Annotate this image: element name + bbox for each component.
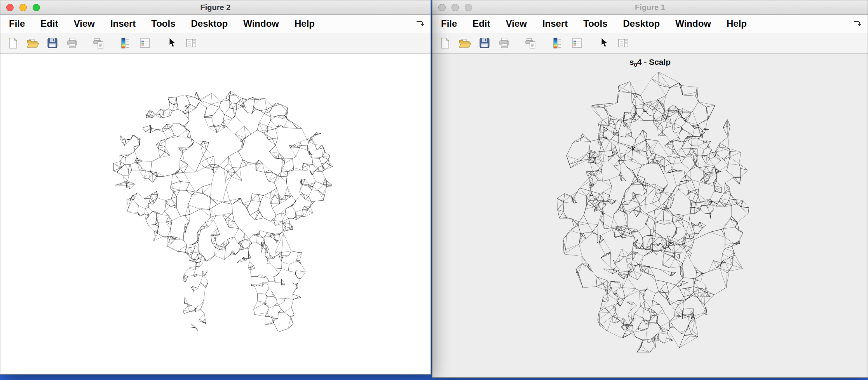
plot-browser-button[interactable] — [615, 35, 631, 52]
desktop-background — [0, 375, 431, 380]
new-figure-icon — [7, 37, 19, 49]
figure1-menubar: File Edit View Insert Tools Desktop Wind… — [432, 15, 868, 33]
edit-plot-button[interactable] — [596, 35, 611, 52]
open-file-icon — [458, 37, 471, 49]
skull-wireframe-mesh — [0, 54, 431, 374]
plot-title-prefix: s — [629, 57, 634, 66]
insert-legend-icon — [571, 37, 583, 49]
zoom-button[interactable] — [33, 4, 40, 11]
edit-plot-icon — [597, 37, 610, 49]
desktop: { "desktop": { "background_color": "#2e6… — [0, 0, 868, 380]
print-preview-icon — [525, 37, 537, 49]
open-file-button[interactable] — [25, 35, 40, 52]
insert-colorbar-button[interactable] — [117, 35, 133, 52]
menu-help[interactable]: Help — [719, 18, 755, 29]
save-figure-icon — [478, 37, 491, 49]
menu-desktop[interactable]: Desktop — [615, 18, 668, 29]
menu-view[interactable]: View — [66, 18, 103, 29]
figure2-menubar: File Edit View Insert Tools Desktop Wind… — [0, 15, 431, 33]
figure1-toolbar — [432, 33, 868, 54]
menu-insert[interactable]: Insert — [103, 18, 143, 29]
menu-file[interactable]: File — [438, 18, 465, 29]
menu-overflow-arrow-icon[interactable] — [853, 20, 862, 28]
figure2-window: Figure 2 File Edit View Insert Tools Des… — [0, 0, 431, 375]
insert-colorbar-button[interactable] — [549, 35, 565, 52]
print-preview-icon — [92, 37, 105, 49]
menu-desktop[interactable]: Desktop — [183, 18, 236, 29]
plot-browser-button[interactable] — [183, 35, 199, 52]
new-figure-button[interactable] — [5, 35, 21, 52]
print-preview-button[interactable] — [91, 35, 106, 52]
menu-view[interactable]: View — [498, 18, 535, 29]
figure2-toolbar — [0, 33, 431, 54]
menu-edit[interactable]: Edit — [33, 18, 66, 29]
print-figure-button[interactable] — [64, 35, 80, 52]
figure1-traffic-lights — [432, 4, 472, 11]
menu-window[interactable]: Window — [235, 18, 287, 29]
figure1-plot-canvas[interactable]: s04 - Scalp — [432, 54, 868, 377]
new-figure-button[interactable] — [437, 35, 453, 52]
close-button[interactable] — [6, 4, 14, 11]
print-preview-button[interactable] — [523, 35, 539, 52]
open-file-button[interactable] — [457, 35, 472, 52]
menu-file[interactable]: File — [6, 18, 33, 29]
minimize-button[interactable] — [19, 4, 27, 11]
plot-title: s04 - Scalp — [432, 57, 868, 68]
menu-edit[interactable]: Edit — [465, 18, 498, 29]
figure2-plot-canvas[interactable] — [0, 54, 431, 374]
figure1-titlebar[interactable]: Figure 1 — [432, 0, 868, 15]
menu-window[interactable]: Window — [668, 18, 719, 29]
menu-tools[interactable]: Tools — [143, 18, 183, 29]
insert-legend-button[interactable] — [137, 35, 153, 52]
insert-legend-button[interactable] — [569, 35, 585, 52]
save-figure-button[interactable] — [45, 35, 60, 52]
open-file-icon — [26, 37, 39, 49]
plot-browser-icon — [185, 37, 197, 49]
menu-insert[interactable]: Insert — [535, 18, 575, 29]
figure2-traffic-lights — [0, 4, 40, 11]
menu-help[interactable]: Help — [287, 18, 322, 29]
plot-browser-icon — [617, 37, 629, 49]
menu-tools[interactable]: Tools — [575, 18, 615, 29]
scalp-wireframe-mesh — [432, 54, 868, 377]
edit-plot-icon — [165, 37, 178, 49]
plot-title-suffix: 4 - Scalp — [637, 57, 671, 66]
insert-legend-icon — [139, 37, 151, 49]
new-figure-icon — [439, 37, 451, 49]
print-figure-button[interactable] — [497, 35, 512, 52]
figure1-window: Figure 1 File Edit View Insert Tools Des… — [432, 0, 868, 378]
menu-overflow-arrow-icon[interactable] — [416, 20, 425, 28]
figure2-titlebar[interactable]: Figure 2 — [0, 0, 431, 15]
print-figure-icon — [66, 37, 78, 49]
insert-colorbar-icon — [119, 37, 131, 49]
save-figure-button[interactable] — [477, 35, 492, 52]
print-figure-icon — [498, 37, 511, 49]
window-title: Figure 1 — [432, 3, 868, 12]
zoom-button[interactable] — [465, 4, 472, 11]
window-title: Figure 2 — [0, 3, 431, 12]
plot-title-subscript: 0 — [634, 61, 637, 68]
edit-plot-button[interactable] — [164, 35, 179, 52]
close-button[interactable] — [438, 4, 446, 11]
minimize-button[interactable] — [451, 4, 459, 11]
save-figure-icon — [46, 37, 59, 49]
insert-colorbar-icon — [551, 37, 563, 49]
